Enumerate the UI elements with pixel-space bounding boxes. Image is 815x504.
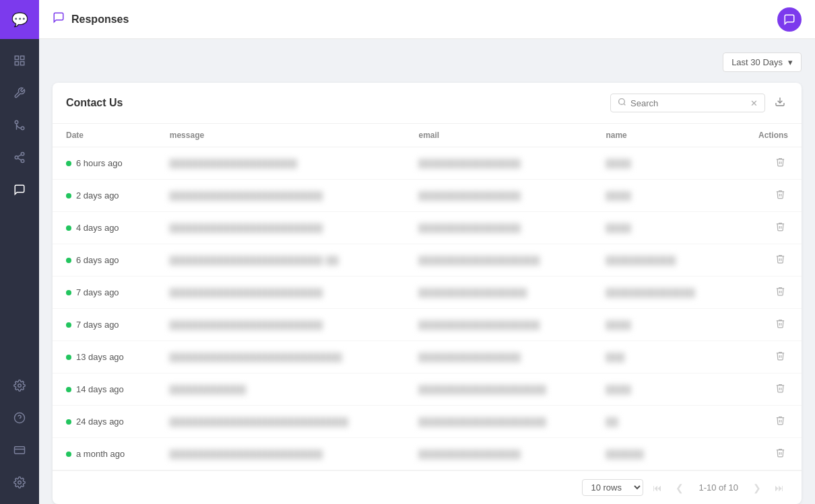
cell-email: ███████████████████ <box>405 244 593 277</box>
table-row: 13 days ago█████████████████████████████… <box>53 341 802 373</box>
svg-line-10 <box>18 155 21 157</box>
search-box: ✕ <box>610 94 765 112</box>
status-dot <box>66 355 71 360</box>
cell-actions <box>733 373 802 406</box>
sidebar-item-share[interactable] <box>0 141 39 174</box>
cell-email: ████████████████ <box>405 147 593 180</box>
logo-icon: 💬 <box>11 11 28 28</box>
sidebar-item-git[interactable] <box>0 109 39 141</box>
svg-point-4 <box>21 127 24 130</box>
delete-row-button[interactable] <box>773 412 788 431</box>
cell-actions <box>733 406 802 438</box>
cell-message: ████████████████████████ <box>156 309 405 341</box>
cell-actions <box>733 180 802 212</box>
rows-per-page-select[interactable]: 10 rows 25 rows 50 rows 100 rows <box>582 479 643 496</box>
delete-row-button[interactable] <box>773 219 788 237</box>
cell-name: ██████████████ <box>592 277 733 309</box>
col-date: Date <box>53 124 156 147</box>
delete-row-button[interactable] <box>773 348 788 366</box>
svg-rect-2 <box>15 62 18 65</box>
last-page-button[interactable]: ⏭ <box>771 480 788 496</box>
cell-actions <box>733 212 802 244</box>
delete-row-button[interactable] <box>773 186 788 205</box>
delete-row-button[interactable] <box>773 283 788 301</box>
topbar: Responses <box>39 0 815 39</box>
delete-row-button[interactable] <box>773 251 788 269</box>
svg-point-5 <box>15 120 18 124</box>
svg-rect-3 <box>21 62 24 65</box>
cell-message: ████████████████████████ <box>156 277 405 309</box>
svg-point-16 <box>18 481 22 484</box>
delete-row-button[interactable] <box>773 154 788 172</box>
svg-line-18 <box>624 104 625 105</box>
search-clear-icon[interactable]: ✕ <box>750 98 758 108</box>
topbar-icon <box>53 11 65 27</box>
download-button[interactable] <box>772 94 788 112</box>
svg-point-17 <box>619 99 625 105</box>
responses-table-wrap: Date message email name Actions 6 hours … <box>53 124 802 470</box>
status-dot <box>66 322 71 328</box>
table-row: 2 days ago██████████████████████████████… <box>53 180 802 212</box>
sidebar-item-card[interactable] <box>0 434 39 466</box>
col-message: message <box>156 124 405 147</box>
cell-name: ██ <box>592 406 733 438</box>
search-input[interactable] <box>630 98 748 108</box>
table-row: 4 days ago██████████████████████████████… <box>53 212 802 244</box>
svg-rect-1 <box>21 56 24 59</box>
sidebar-item-grid[interactable] <box>0 44 39 77</box>
cell-actions <box>733 341 802 373</box>
card-header: Contact Us ✕ <box>53 83 802 124</box>
cell-email: ████████████████████ <box>405 406 593 438</box>
col-email: email <box>405 124 593 147</box>
svg-rect-0 <box>15 56 18 59</box>
sidebar-item-chat[interactable] <box>0 174 39 206</box>
chevron-down-icon: ▾ <box>788 57 793 67</box>
cell-date: 2 days ago <box>53 180 156 212</box>
cell-message: ████████████████████████████ <box>156 406 405 438</box>
sidebar-item-help[interactable] <box>0 402 39 434</box>
status-dot <box>66 387 71 392</box>
delete-row-button[interactable] <box>773 380 788 398</box>
table-row: 6 days ago████████████████████████ █████… <box>53 244 802 277</box>
cell-name: ███████████ <box>592 244 733 277</box>
cell-name: ███ <box>592 341 733 373</box>
cell-date: 4 days ago <box>53 212 156 244</box>
delete-row-button[interactable] <box>773 316 788 334</box>
svg-line-9 <box>18 158 21 160</box>
first-page-button[interactable]: ⏮ <box>649 480 666 496</box>
col-name: name <box>592 124 733 147</box>
col-actions: Actions <box>733 124 802 147</box>
cell-message: ████████████████████████ <box>156 180 405 212</box>
sidebar-logo[interactable]: 💬 <box>0 0 39 39</box>
main-content: Last 30 Days ▾ Contact Us ✕ <box>39 39 815 504</box>
table-row: 6 hours ago█████████████████████████████… <box>53 147 802 180</box>
table-row: 7 days ago██████████████████████████████… <box>53 277 802 309</box>
cell-actions <box>733 438 802 470</box>
sidebar-item-settings[interactable] <box>0 369 39 402</box>
cell-date: 7 days ago <box>53 277 156 309</box>
table-row: 7 days ago██████████████████████████████… <box>53 309 802 341</box>
cell-message: ████████████ <box>156 373 405 406</box>
user-avatar[interactable] <box>777 7 802 32</box>
table-row: 14 days ago█████████████████████████████… <box>53 373 802 406</box>
prev-page-button[interactable]: ❮ <box>672 480 688 496</box>
cell-date: 6 days ago <box>53 244 156 277</box>
cell-message: ████████████████████████ ██ <box>156 244 405 277</box>
delete-row-button[interactable] <box>773 445 788 463</box>
cell-message: ████████████████████████ <box>156 438 405 470</box>
responses-card: Contact Us ✕ Date message email <box>53 83 802 504</box>
next-page-button[interactable]: ❯ <box>749 480 765 496</box>
topbar-title: Responses <box>71 13 129 26</box>
cell-email: ████████████████ <box>405 212 593 244</box>
sidebar-item-tools[interactable] <box>0 77 39 109</box>
pagination: 10 rows 25 rows 50 rows 100 rows ⏮ ❮ 1-1… <box>53 470 802 504</box>
cell-email: ███████████████████ <box>405 309 593 341</box>
cell-actions <box>733 277 802 309</box>
table-body: 6 hours ago█████████████████████████████… <box>53 147 802 470</box>
sidebar-item-settings2[interactable] <box>0 466 39 499</box>
cell-date: 24 days ago <box>53 406 156 438</box>
cell-email: ████████████████ <box>405 341 593 373</box>
table-row: 24 days ago█████████████████████████████… <box>53 406 802 438</box>
date-filter-dropdown[interactable]: Last 30 Days ▾ <box>723 52 802 72</box>
cell-date: 7 days ago <box>53 309 156 341</box>
